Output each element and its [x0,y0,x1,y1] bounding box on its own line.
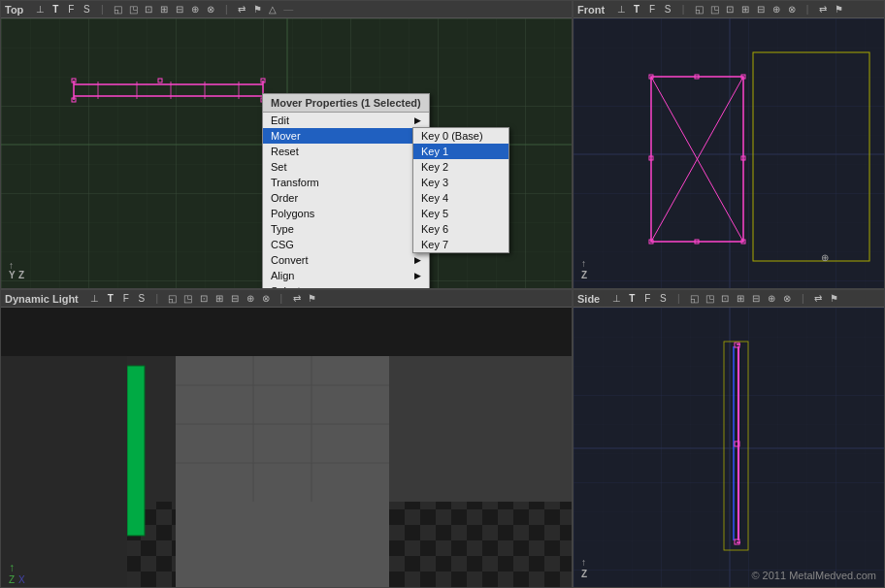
toolbar-front-icon1[interactable]: ⊥ [614,3,628,16]
mover-key7[interactable]: Key 7 [413,237,508,252]
svg-rect-55 [1,308,572,356]
svg-text:↑: ↑ [9,561,15,574]
mover-key3[interactable]: Key 3 [413,175,508,190]
svg-rect-45 [176,346,389,587]
viewport-dynlight: Dynamic Light ⊥ T F S | ◱ ◳ ⊡ ⊞ ⊟ ⊕ ⊗ | … [0,289,573,588]
dynlight-scene: ↑ Z X [1,308,572,587]
toolbar-dl-i1[interactable]: ◱ [166,292,180,306]
toolbar-dl-i5[interactable]: ⊟ [228,292,242,306]
toolbar-dl-cam[interactable]: ⇄ [290,292,304,306]
toolbar-side-flag[interactable]: ⚑ [827,292,840,306]
toolbar-side-i7[interactable]: ⊗ [780,292,794,306]
toolbar-dl-i4[interactable]: ⊞ [213,292,226,306]
viewport-top: Top ⊥ T F S | ◱ ◳ ⊡ ⊞ ⊟ ⊕ ⊗ | ⇄ ⚑ △ — [0,0,573,289]
toolbar-side-t[interactable]: T [625,292,639,306]
viewport-front-content: ⊕ Z ↑ [574,18,884,288]
toolbar-side-s[interactable]: S [656,292,670,306]
axis-y-front: ↑ [581,258,586,269]
toolbar-front-i6[interactable]: ⊕ [770,3,783,16]
viewport-side-header: Side ⊥ T F S | ◱ ◳ ⊡ ⊞ ⊟ ⊕ ⊗ | ⇄ ⚑ [574,290,884,308]
toolbar-dl-i6[interactable]: ⊕ [244,292,257,306]
viewport-front-title: Front [577,4,605,16]
toolbar-front-i2[interactable]: ◳ [707,3,721,16]
toolbar-side-i6[interactable]: ⊕ [765,292,778,306]
viewport-front-grid: ⊕ [574,18,884,288]
toolbar-side-i2[interactable]: ◳ [703,292,716,306]
toolbar-front-t[interactable]: T [630,3,643,16]
toolbar-dl-i7[interactable]: ⊗ [259,292,273,306]
menu-item-convert[interactable]: Convert ▶ [263,252,429,268]
toolbar-front-i1[interactable]: ◱ [692,3,705,16]
viewport-front: Front ⊥ T F S | ◱ ◳ ⊡ ⊞ ⊟ ⊕ ⊗ | ⇄ ⚑ [573,0,885,289]
menu-item-set[interactable]: Set ▶ [263,159,429,175]
mover-key6[interactable]: Key 6 [413,221,508,237]
viewport-dynlight-toolbar: ⊥ T F S | ◱ ◳ ⊡ ⊞ ⊟ ⊕ ⊗ | ⇄ ⚑ [88,292,319,306]
toolbar-front-f[interactable]: F [645,3,659,16]
context-menu-overlay: Mover Properties (1 Selected) Edit ▶ Mov… [1,1,572,288]
viewport-side: Side ⊥ T F S | ◱ ◳ ⊡ ⊞ ⊟ ⊕ ⊗ | ⇄ ⚑ [573,289,885,588]
svg-text:Z: Z [9,574,15,585]
toolbar-front-i7[interactable]: ⊗ [785,3,799,16]
toolbar-dl-i3[interactable]: ⊡ [197,292,211,306]
toolbar-dl-sep2: | [275,292,288,306]
viewport-front-header: Front ⊥ T F S | ◱ ◳ ⊡ ⊞ ⊟ ⊕ ⊗ | ⇄ ⚑ [574,1,884,18]
toolbar-side-icon1[interactable]: ⊥ [609,292,623,306]
toolbar-front-s[interactable]: S [661,3,674,16]
mover-key4[interactable]: Key 4 [413,190,508,206]
viewport-side-toolbar: ⊥ T F S | ◱ ◳ ⊡ ⊞ ⊟ ⊕ ⊗ | ⇄ ⚑ [609,292,840,306]
toolbar-front-flag[interactable]: ⚑ [832,3,845,16]
menu-item-mover[interactable]: Mover ▶ Key 0 (Base) Key 1 Key 2 Key 3 K… [263,128,429,144]
toolbar-side-i3[interactable]: ⊡ [718,292,732,306]
menu-item-align[interactable]: Align ▶ [263,268,429,283]
menu-item-transform[interactable]: Transform ▶ [263,175,429,190]
toolbar-dl-t[interactable]: T [104,292,117,306]
svg-rect-52 [127,366,145,536]
axis-y-side: ↑ [581,557,586,568]
menu-item-order[interactable]: Order ▶ [263,190,429,206]
toolbar-side-sep: | [672,292,685,306]
toolbar-front-sep2: | [801,3,814,16]
svg-text:X: X [18,574,25,585]
toolbar-dl-i2[interactable]: ◳ [181,292,195,306]
toolbar-front-i3[interactable]: ⊡ [723,3,737,16]
toolbar-front-i5[interactable]: ⊟ [754,3,768,16]
mover-submenu: Key 0 (Base) Key 1 Key 2 Key 3 Key 4 Key… [412,127,509,253]
axis-z-front: Z [581,270,587,280]
menu-arrow-align: ▶ [414,271,421,280]
menu-item-type[interactable]: Type ▶ [263,221,429,237]
viewport-side-title: Side [577,293,600,305]
menu-item-reset[interactable]: Reset ▶ [263,144,429,159]
mover-key0[interactable]: Key 0 (Base) [413,128,508,144]
toolbar-dl-flag[interactable]: ⚑ [306,292,319,306]
toolbar-dl-f[interactable]: F [119,292,133,306]
svg-text:⊕: ⊕ [821,252,829,263]
menu-item-csg[interactable]: CSG ▶ [263,237,429,252]
toolbar-side-i4[interactable]: ⊞ [734,292,747,306]
viewport-front-toolbar: ⊥ T F S | ◱ ◳ ⊡ ⊞ ⊟ ⊕ ⊗ | ⇄ ⚑ [614,3,845,16]
toolbar-front-sep: | [676,3,690,16]
toolbar-side-cam[interactable]: ⇄ [811,292,825,306]
toolbar-front-cam[interactable]: ⇄ [816,3,830,16]
mover-key1[interactable]: Key 1 [413,144,508,159]
toolbar-side-sep2: | [796,292,809,306]
menu-item-edit[interactable]: Edit ▶ [263,113,429,128]
svg-rect-61 [574,308,884,587]
viewport-side-content: Z ↑ © 2011 MetalMedved.com [574,308,884,587]
axis-z-side: Z [581,569,587,579]
menu-arrow-convert: ▶ [414,255,421,265]
mover-key5[interactable]: Key 5 [413,206,508,221]
context-menu: Mover Properties (1 Selected) Edit ▶ Mov… [262,93,430,289]
toolbar-side-i5[interactable]: ⊟ [749,292,763,306]
mover-key2[interactable]: Key 2 [413,159,508,175]
toolbar-dl-icon1[interactable]: ⊥ [88,292,102,306]
toolbar-side-f[interactable]: F [640,292,654,306]
toolbar-dl-s[interactable]: S [135,292,148,306]
toolbar-side-i1[interactable]: ◱ [687,292,701,306]
menu-item-polygons[interactable]: Polygons ▶ [263,206,429,221]
viewport-side-grid [574,308,884,587]
toolbar-front-i4[interactable]: ⊞ [738,3,752,16]
copyright-text: © 2011 MetalMedved.com [751,570,876,581]
toolbar-dl-sep: | [150,292,164,306]
viewport-dynlight-title: Dynamic Light [5,293,79,305]
viewport-grid: Top ⊥ T F S | ◱ ◳ ⊡ ⊞ ⊟ ⊕ ⊗ | ⇄ ⚑ △ — [0,0,885,588]
